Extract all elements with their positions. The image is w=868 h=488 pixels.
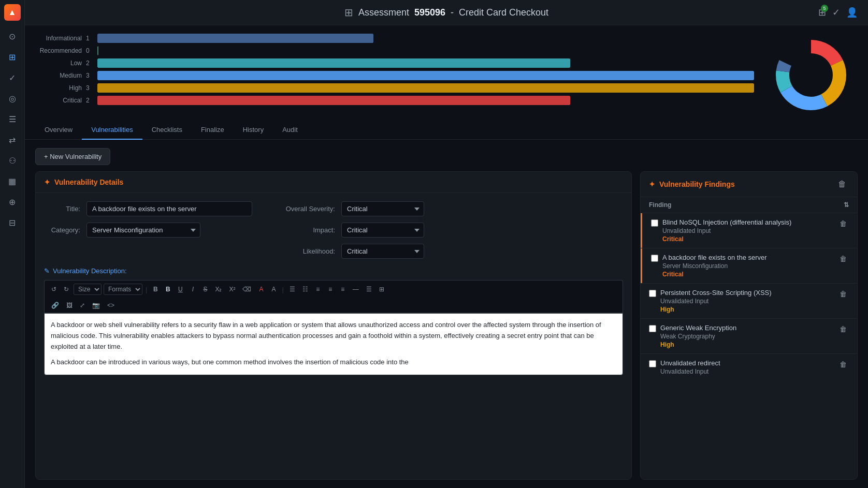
- sidebar-item-list[interactable]: ☰: [3, 110, 22, 128]
- finding-info: Unvalidated redirect Unvalidated Input: [660, 359, 833, 376]
- bar-label: Medium: [35, 72, 82, 79]
- overall-severity-label: Overall Severity:: [273, 205, 335, 213]
- finding-severity: Critical: [662, 271, 833, 278]
- finding-info: Persistent Cross-Site Scripting (XSS) Un…: [660, 289, 833, 313]
- tab-history[interactable]: History: [234, 121, 273, 140]
- bar-track: [97, 83, 754, 93]
- check-icon[interactable]: ✓: [832, 7, 840, 18]
- number-list-button[interactable]: ☷: [300, 284, 311, 294]
- code-button[interactable]: <>: [105, 300, 117, 310]
- finding-item-finding-3: Persistent Cross-Site Scripting (XSS) Un…: [641, 284, 857, 319]
- sidebar-logo[interactable]: ▲: [4, 4, 21, 21]
- vuln-form-section: Title: Category: Server Misconfiguration…: [36, 193, 631, 267]
- panels: ✦ Vulnerability Details Title: Category:: [35, 171, 858, 480]
- finding-title: Generic Weak Encryption: [660, 324, 833, 332]
- finding-item-finding-2: A backdoor file exists on the server Ser…: [641, 248, 857, 284]
- header: ⊞ Assessment 595096 - Credit Card Checko…: [25, 0, 868, 25]
- table-button[interactable]: ⊞: [377, 284, 387, 294]
- title-input[interactable]: [86, 201, 252, 216]
- italic-button[interactable]: I: [187, 284, 198, 294]
- editor-content[interactable]: A backdoor or web shell vulnerability re…: [44, 313, 623, 375]
- sidebar-item-dashboard[interactable]: ⊞: [3, 48, 22, 66]
- indent-button[interactable]: ☰: [364, 284, 374, 294]
- delete-all-button[interactable]: 🗑: [835, 178, 849, 190]
- sidebar-item-eye[interactable]: ◎: [3, 89, 22, 108]
- impact-select[interactable]: Critical High Medium Low: [341, 223, 424, 238]
- tab-audit[interactable]: Audit: [273, 121, 307, 140]
- finding-checkbox[interactable]: [651, 255, 658, 262]
- text-color-button[interactable]: A: [256, 284, 266, 294]
- bar-count: 2: [86, 97, 93, 104]
- finding-info: A backdoor file exists on the server Ser…: [662, 254, 833, 278]
- bar-label: Low: [35, 60, 82, 67]
- strikethrough-button[interactable]: S: [200, 284, 210, 294]
- bar-fill: [97, 46, 98, 55]
- bar-count: 1: [86, 35, 93, 42]
- finding-checkbox[interactable]: [649, 360, 656, 367]
- sidebar-item-tag[interactable]: ⊟: [3, 213, 22, 232]
- finding-delete-button[interactable]: 🗑: [837, 359, 849, 369]
- bar-label: Recommended: [35, 47, 82, 54]
- underline-button[interactable]: U: [175, 284, 185, 294]
- tab-vulnerabilities[interactable]: Vulnerabilities: [82, 121, 142, 140]
- sidebar-item-home[interactable]: ⊙: [3, 27, 22, 46]
- size-select[interactable]: Size: [74, 284, 102, 295]
- tab-checklists[interactable]: Checklists: [142, 121, 192, 140]
- finding-delete-button[interactable]: 🗑: [837, 289, 849, 299]
- finding-checkbox[interactable]: [649, 290, 656, 297]
- likelihood-select[interactable]: Critical High Medium Low: [341, 244, 424, 259]
- sidebar-item-check[interactable]: ✓: [3, 68, 22, 87]
- finding-title: Persistent Cross-Site Scripting (XSS): [660, 289, 833, 297]
- undo-button[interactable]: ↺: [49, 284, 59, 294]
- tab-overview[interactable]: Overview: [35, 121, 82, 140]
- bar-track: [97, 58, 754, 68]
- expand-button[interactable]: ⤢: [77, 300, 88, 310]
- sidebar-item-transfer[interactable]: ⇄: [3, 130, 22, 149]
- bullet-list-button[interactable]: ☰: [287, 284, 298, 294]
- media-button[interactable]: 📷: [90, 300, 103, 310]
- overall-severity-select[interactable]: Critical High Medium Low Informational: [341, 201, 424, 216]
- eraser-button[interactable]: ⌫: [240, 284, 254, 294]
- finding-checkbox[interactable]: [649, 325, 656, 332]
- content-area: + New Vulnerability ✦ Vulnerability Deta…: [25, 140, 868, 488]
- main-content: ⊞ Assessment 595096 - Credit Card Checko…: [25, 0, 868, 488]
- title-field: Title:: [44, 201, 252, 216]
- redo-button[interactable]: ↻: [61, 284, 71, 294]
- finding-delete-button[interactable]: 🗑: [837, 254, 849, 264]
- sidebar: ▲ ⊙ ⊞ ✓ ◎ ☰ ⇄ ⚇ ▦ ⊕ ⊟: [0, 0, 25, 488]
- notifications-badge: 5: [821, 5, 828, 12]
- vuln-details-title: Vulnerability Details: [54, 178, 123, 186]
- bar-count: 3: [86, 72, 93, 79]
- sidebar-item-group[interactable]: ⚇: [3, 151, 22, 170]
- sidebar-item-chart[interactable]: ▦: [3, 172, 22, 190]
- align-right-button[interactable]: ≡: [338, 284, 348, 294]
- sidebar-item-person[interactable]: ⊕: [3, 193, 22, 211]
- bg-color-button[interactable]: A: [268, 284, 279, 294]
- user-icon[interactable]: 👤: [846, 7, 858, 18]
- notifications-icon[interactable]: ⊞ 5: [818, 7, 826, 18]
- tab-finalize[interactable]: Finalize: [192, 121, 234, 140]
- vulnerability-details-header: ✦ Vulnerability Details: [36, 172, 631, 193]
- new-vulnerability-button[interactable]: + New Vulnerability: [35, 148, 110, 165]
- finding-delete-button[interactable]: 🗑: [837, 218, 849, 229]
- align-left-button[interactable]: ≡: [313, 284, 323, 294]
- bold-button2[interactable]: B: [163, 284, 173, 294]
- link-button[interactable]: 🔗: [49, 300, 62, 310]
- image-button[interactable]: 🖼: [64, 300, 75, 310]
- superscript-button[interactable]: X²: [226, 284, 238, 294]
- finding-checkbox[interactable]: [651, 219, 658, 227]
- sort-icon[interactable]: ⇅: [844, 201, 849, 209]
- bar-count: 0: [86, 47, 93, 54]
- category-select[interactable]: Server Misconfiguration Unvalidated Inpu…: [86, 223, 200, 238]
- bar-count: 2: [86, 60, 93, 67]
- hr-button[interactable]: —: [350, 284, 361, 294]
- donut-chart: [764, 34, 858, 116]
- bold-button[interactable]: B: [150, 284, 161, 294]
- finding-delete-button[interactable]: 🗑: [837, 324, 849, 334]
- header-separator: -: [451, 7, 454, 18]
- subscript-button[interactable]: X₂: [212, 284, 224, 294]
- align-center-button[interactable]: ≡: [325, 284, 336, 294]
- formats-select[interactable]: Formats: [104, 284, 142, 295]
- finding-subtitle: Unvalidated Input: [660, 298, 833, 305]
- bar-track: [97, 34, 754, 43]
